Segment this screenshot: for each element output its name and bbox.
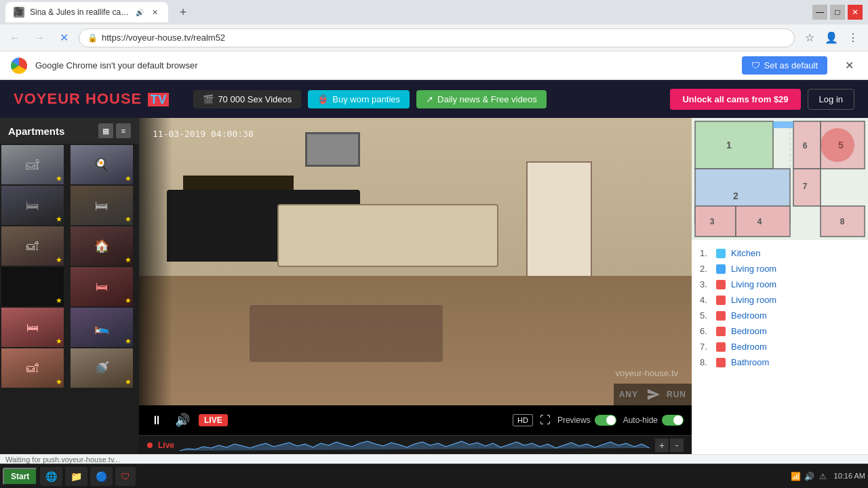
room-link-5[interactable]: Bedroom [731,310,767,321]
sex-videos-button[interactable]: 🎬 70 000 Sex Videos [193,90,301,108]
back-button[interactable]: ← [5,28,24,47]
room-item-6[interactable]: 6. Bedroom [700,323,860,339]
svg-text:7: 7 [803,182,808,191]
thumbnail-star-2: ★ [125,174,132,183]
video-timestamp: 11-03-2019 04:00:38 [153,129,254,139]
warning-tray-icon: ⚠ [818,471,829,482]
previews-switch[interactable] [595,415,616,426]
network-tray-icon: 📶 [791,471,802,482]
thumbnail-7[interactable]: ★ [1,267,64,306]
thumbnail-9[interactable]: 🛏 ★ [1,308,64,347]
anyrun-run-text: RUN [667,390,686,399]
start-button[interactable]: Start [3,468,37,485]
maximize-button[interactable]: □ [830,5,845,20]
room-link-8[interactable]: Bathroom [731,357,769,367]
zoom-out-button[interactable]: - [670,439,684,452]
menu-icon[interactable]: ⋮ [844,28,863,47]
room-color-4 [716,296,726,305]
room-link-1[interactable]: Kitchen [731,248,760,258]
room-link-7[interactable]: Bedroom [731,342,767,352]
taskbar-clock: 10:16 AM [834,471,865,481]
taskbar-chrome-icon[interactable]: 🔵 [90,467,113,486]
panties-icon: 👙 [317,94,328,104]
taskbar: Start 🌐 📁 🔵 🛡 📶 🔊 ⚠ 10:16 AM [0,464,868,488]
thumbnail-5[interactable]: 🛋 ★ [1,226,64,266]
panties-label: Buy worn panties [332,94,400,104]
room-color-1 [716,249,726,258]
thumbnail-1[interactable]: 🛋 ★ [1,145,64,184]
tab-audio-icon: 🔊 [136,9,144,16]
room-link-6[interactable]: Bedroom [731,326,767,336]
room-item-2[interactable]: 2. Living room [700,261,860,277]
thumbnail-star-12: ★ [125,378,132,386]
close-button[interactable]: ✕ [848,5,863,20]
forward-button[interactable]: → [30,28,49,47]
notification-close-button[interactable]: ✕ [841,58,857,74]
ie-icon: 🌐 [45,471,57,482]
reload-button[interactable]: ✕ [54,28,73,47]
grid-view-button[interactable]: ▦ [98,123,113,138]
login-button[interactable]: Log in [808,89,854,110]
shield-icon: 🛡 [751,60,760,70]
default-browser-notification: Google Chrome isn't your default browser… [0,52,868,80]
list-view-button[interactable]: ≡ [116,123,131,138]
thumbnail-2[interactable]: 🍳 ★ [71,145,133,184]
film-icon: 🎬 [203,94,214,104]
thumbnail-10[interactable]: 🛌 ★ [71,308,133,347]
room-item-3[interactable]: 3. Living room [700,277,860,292]
room-color-2 [716,264,726,274]
hd-button[interactable]: HD [513,414,533,426]
logo-text: VOYEUR HOUSE TV [14,90,169,107]
unlock-button[interactable]: Unlock all cams from $29 [670,89,800,110]
thumbnail-8[interactable]: 🛏 ★ [71,267,133,306]
room-item-1[interactable]: 1. Kitchen [700,245,860,261]
room-color-5 [716,311,726,321]
taskbar-ie-icon[interactable]: 🌐 [40,467,62,486]
address-bar[interactable]: 🔒 https://voyeur-house.tv/realm52 [79,28,795,47]
taskbar-folder-icon[interactable]: 📁 [65,467,87,486]
room-number-6: 6. [700,326,711,336]
set-default-button[interactable]: 🛡 Set as default [742,56,828,75]
title-bar: 🎥 Sina & Jules in reallife cams 52 🔊 ✕ +… [0,0,868,24]
room-item-8[interactable]: 8. Bathroom [700,354,860,370]
folder-icon: 📁 [71,471,82,482]
news-button[interactable]: ↗ Daily news & Free videos [416,90,547,108]
room-link-2[interactable]: Living room [731,264,776,274]
account-icon[interactable]: 👤 [822,28,841,47]
floor-map: 1 2 3 4 5 [692,118,868,240]
thumbnail-3[interactable]: 🛏 ★ [1,186,64,225]
room-link-4[interactable]: Living room [731,295,776,305]
bookmark-icon[interactable]: ☆ [800,28,819,47]
room-number-7: 7. [700,342,711,352]
zoom-in-button[interactable]: + [655,439,669,452]
play-pause-button[interactable]: ⏸ [147,411,166,430]
room-link-3[interactable]: Living room [731,279,776,289]
taskbar-antivirus-icon[interactable]: 🛡 [115,467,136,486]
new-tab-button[interactable]: + [174,3,193,22]
autohide-switch[interactable] [662,415,684,426]
room-item-7[interactable]: 7. Bedroom [700,339,860,354]
news-label: Daily news & Free videos [437,94,537,104]
thumbnail-6[interactable]: 🏠 ★ [71,226,133,266]
room-color-8 [716,358,726,367]
fullscreen-button[interactable]: ⛶ [540,414,551,426]
video-player[interactable]: 11-03-2019 04:00:38 voyeur-house.tv ANY … [139,118,692,405]
live-badge: LIVE [199,414,228,426]
thumbnail-star-10: ★ [125,337,132,346]
volume-button[interactable]: 🔊 [173,411,192,430]
tab-close-button[interactable]: ✕ [149,7,160,18]
svg-text:2: 2 [733,190,738,201]
site-logo: VOYEUR HOUSE TV [14,90,169,108]
minimize-button[interactable]: — [812,5,827,20]
room-number-2: 2. [700,264,711,274]
url-text: https://voyeur-house.tv/realm52 [102,33,786,43]
browser-tab[interactable]: 🎥 Sina & Jules in reallife cams 52 🔊 ✕ [5,2,168,22]
room-item-4[interactable]: 4. Living room [700,292,860,308]
thumbnail-12[interactable]: 🚿 ★ [71,348,133,388]
thumbnail-4[interactable]: 🛏 ★ [71,186,133,225]
panties-button[interactable]: 👙 Buy worn panties [308,90,410,108]
thumbnail-star-8: ★ [125,296,132,305]
room-item-5[interactable]: 5. Bedroom [700,308,860,323]
thumbnail-11[interactable]: 🛋 ★ [1,348,64,388]
set-default-label: Set as default [764,60,818,70]
